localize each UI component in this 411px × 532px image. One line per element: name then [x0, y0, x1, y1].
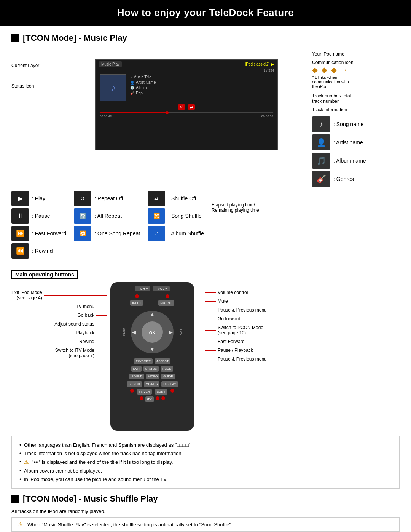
- artist-name-label: : Artist name: [333, 139, 363, 145]
- comm-blink-note: * Blinks whencommunication withthe iPod: [312, 75, 400, 89]
- pause-icon: ⏸: [11, 208, 29, 224]
- repeat-off-label: : Repeat Off: [94, 195, 123, 201]
- go-forward-label: Go forward: [202, 316, 400, 321]
- subch-mumts-display-row[interactable]: SUB CH MU/MTS DISPLAY: [114, 381, 190, 387]
- subt-btn[interactable]: SUB T: [155, 389, 167, 395]
- progress-area: [96, 111, 277, 114]
- status-btn[interactable]: STATUS: [143, 366, 159, 372]
- rew-label: : Rewind: [32, 248, 53, 254]
- track-title-row: ♪ Music Title: [130, 75, 273, 79]
- guide-btn[interactable]: GUIDE: [161, 374, 175, 379]
- tcon-diagram: Current Layer Status icon Music Play: [11, 48, 400, 261]
- favorite-btn[interactable]: FAVORITE: [134, 358, 153, 364]
- album-shuffle-label: : Album Shuffle: [168, 230, 204, 236]
- genres-icon-row: 🎸 : Genres: [312, 171, 400, 187]
- input-btn[interactable]: INPUT: [130, 300, 143, 306]
- pcon-btn[interactable]: PCON: [161, 366, 173, 372]
- menu-label[interactable]: MENU: [123, 328, 125, 336]
- nav-circle: MENU BACK ▲ ▼ ◀ ▶ OK: [129, 309, 175, 355]
- ch-plus-btn[interactable]: – CH +: [135, 286, 150, 291]
- shuffle-off-icon: ⇄: [148, 191, 165, 206]
- subch-btn[interactable]: SUB CH: [127, 381, 142, 387]
- favorite-aspect-row[interactable]: FAVORITE ASPECT: [114, 358, 190, 364]
- genre-row: 🎸 Pop: [130, 91, 273, 95]
- pause-label: : Pause: [32, 213, 50, 219]
- comm-icon-symbol: ◆ ◆ ◆ →: [312, 66, 400, 74]
- track-counter: 1 / 334: [96, 69, 277, 72]
- progress-bar: [100, 112, 273, 113]
- repeat-icons: ↺ : Repeat Off 🔄 : All Repeat 🔂 : One So…: [74, 191, 140, 261]
- song-name-label: : Song name: [333, 121, 363, 127]
- red-dot-1: [135, 294, 139, 298]
- shuffle-note-text: When "Music Shuffle Play" is selected, t…: [27, 522, 233, 527]
- rewind-label: Rewind: [11, 339, 110, 344]
- pause-icon-row: ⏸ : Pause: [11, 208, 66, 224]
- current-layer-line: [41, 66, 61, 66]
- muting-btn[interactable]: MUTING: [158, 300, 174, 306]
- remote-top-buttons[interactable]: – CH + – VOL +: [135, 286, 169, 291]
- track-info-anno: Track information: [312, 107, 400, 112]
- ctrl-shuffle: ⇄: [188, 104, 195, 110]
- vol-plus-btn[interactable]: – VOL +: [153, 286, 170, 291]
- pause-prev-menu2-label: Pause & Previous menu: [202, 356, 400, 362]
- album-name-icon-row: 🎵 : Album name: [312, 153, 400, 169]
- all-repeat-icon: 🔄: [74, 208, 91, 224]
- shuffle-note-box: ⚠ When "Music Shuffle Play" is selected,…: [11, 517, 400, 532]
- exit-ipod-label: Exit iPod Mode(see page 4): [11, 290, 110, 300]
- note-4: Album covers can not be displayed.: [18, 467, 393, 475]
- track-title-text: Music Title: [134, 75, 151, 79]
- mute-label: Mute: [202, 299, 400, 304]
- status-icon-line: [36, 86, 61, 86]
- tvvcr-btn[interactable]: TV/VCR: [137, 389, 152, 395]
- volume-control-label: Volume control: [202, 290, 400, 295]
- svg-text:▲: ▲: [150, 311, 155, 317]
- repeat-off-icon: ↺: [74, 191, 91, 206]
- fast-forward-icon: ⏩: [11, 226, 29, 241]
- red-dot-6: [156, 396, 159, 400]
- genres-icon: 🎸: [312, 171, 330, 187]
- back-label[interactable]: BACK: [179, 328, 182, 335]
- note-1: Other languages than English, French and…: [18, 441, 393, 449]
- song-shuffle-icon: 🔀: [148, 208, 165, 224]
- remote-body: – CH + – VOL + INPUT: [110, 282, 194, 431]
- section2-title: [TCON Mode] - Music Shuffle Play: [11, 494, 400, 504]
- sound-btn[interactable]: SOUND: [129, 374, 144, 379]
- section2: [TCON Mode] - Music Shuffle Play All tra…: [11, 494, 400, 532]
- tvcvr-subt-row[interactable]: TV/VCR SUB T: [114, 389, 190, 395]
- shuffle-icons: ⇄ : Shuffle Off 🔀 : Song Shuffle ⇌ : Alb…: [148, 191, 204, 261]
- track-info-panel: ♪ Music Title 👤 Artist Name 💿 Album: [130, 74, 273, 101]
- one-repeat-row: 🔂 : One Song Repeat: [74, 226, 140, 241]
- itv-btn[interactable]: iTV: [145, 396, 154, 402]
- ipod-name-label: iPod classic[2]: [245, 62, 269, 66]
- red-dot-3: [130, 389, 134, 393]
- time-total: 00:00:06: [261, 115, 273, 118]
- track-number-line: [353, 99, 400, 99]
- aspect-btn[interactable]: ASPECT: [155, 358, 170, 364]
- red-dot-4: [170, 389, 174, 393]
- warn-icon-1: ⚠: [24, 459, 29, 465]
- one-song-repeat-label: : One Song Repeat: [94, 230, 140, 236]
- genre-icon: 🎸: [130, 91, 134, 95]
- play-icon: ▶: [11, 191, 29, 206]
- music-note-icon: ♪: [110, 81, 116, 94]
- svg-text:OK: OK: [149, 331, 156, 335]
- album-name-label: : Album name: [333, 158, 366, 164]
- arrow-indicator: ▶: [271, 62, 274, 66]
- dvr-status-pcon-row[interactable]: DVR STATUS PCON: [114, 366, 190, 372]
- itv-row[interactable]: iTV: [114, 396, 190, 402]
- notes-list: Other languages than English, French and…: [18, 441, 393, 484]
- sound-video-guide-row[interactable]: SOUND VIDEO GUIDE: [114, 374, 190, 379]
- remote-diagram: Exit iPod Mode(see page 4) TV menu Go ba…: [11, 282, 400, 431]
- switch-pcon-label: Switch to PCON Mode(see page 10): [202, 325, 400, 335]
- song-name-icon-row: ♪ : Song name: [312, 116, 400, 132]
- video-btn[interactable]: VIDEO: [146, 374, 159, 379]
- dvr-btn[interactable]: DVR: [131, 366, 142, 372]
- mumts-btn[interactable]: MU/MTS: [144, 381, 160, 387]
- fast-forward-label: Fast Forward: [202, 339, 400, 344]
- display-btn[interactable]: DISPLAY: [161, 381, 178, 387]
- svg-text:◀: ◀: [132, 329, 136, 335]
- track-info-line: [349, 110, 400, 110]
- input-muting-row[interactable]: INPUT MUTING: [114, 300, 190, 306]
- remote-left-labels: Exit iPod Mode(see page 4) TV menu Go ba…: [11, 282, 110, 364]
- media-icons-panel: ♪ : Song name 👤 : Artist name 🎵 : Album …: [312, 116, 400, 187]
